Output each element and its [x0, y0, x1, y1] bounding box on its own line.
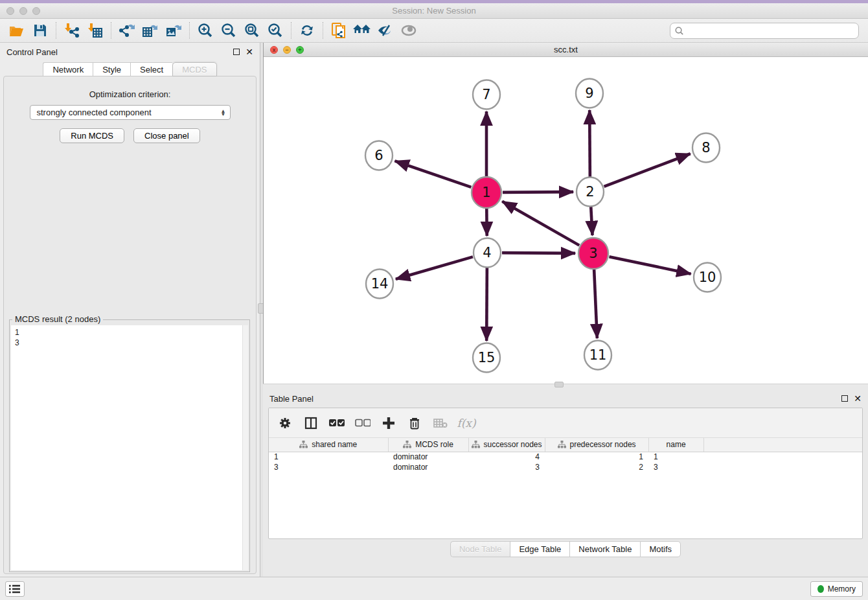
- graph-node-3[interactable]: 3: [578, 238, 608, 269]
- delete-column-button[interactable]: [406, 415, 423, 432]
- tab-network-table[interactable]: Network Table: [569, 541, 640, 557]
- control-panel-title: Control Panel: [6, 47, 58, 57]
- edge-1-2[interactable]: [503, 192, 573, 192]
- zoom-out-button[interactable]: [217, 21, 240, 40]
- edge-4-15[interactable]: [486, 268, 487, 341]
- network-canvas[interactable]: 1234678910111415: [264, 57, 868, 384]
- plus-icon: [382, 417, 395, 430]
- refresh-icon: [299, 23, 315, 38]
- close-window-button[interactable]: [6, 7, 14, 15]
- edge-1-6[interactable]: [395, 161, 472, 187]
- edge-2-8[interactable]: [604, 154, 691, 187]
- mcds-result-group: MCDS result (2 nodes) 1 3: [9, 319, 250, 572]
- column-header-shared-name[interactable]: shared name: [269, 438, 388, 452]
- table-cell[interactable]: 3: [269, 462, 388, 472]
- table-cell[interactable]: dominator: [388, 462, 468, 472]
- export-table-button[interactable]: [139, 21, 162, 40]
- deselect-all-columns-button[interactable]: [354, 415, 371, 432]
- create-column-button[interactable]: [380, 415, 397, 432]
- edge-3-11[interactable]: [594, 270, 597, 338]
- memory-button[interactable]: Memory: [810, 581, 863, 597]
- column-header-MCDS-role[interactable]: MCDS role: [388, 438, 468, 452]
- graph-node-4[interactable]: 4: [474, 238, 501, 268]
- splitter-grip[interactable]: [554, 382, 564, 387]
- show-eye-button[interactable]: [397, 21, 420, 40]
- graph-node-8[interactable]: 8: [692, 133, 720, 163]
- edge-2-9[interactable]: [589, 110, 590, 177]
- table-row[interactable]: 1dominator411: [269, 452, 862, 462]
- table-cell[interactable]: 1: [269, 452, 388, 462]
- graph-node-10[interactable]: 10: [694, 263, 721, 292]
- refresh-button[interactable]: [295, 21, 319, 40]
- zoom-in-button[interactable]: [194, 21, 217, 40]
- table-cell[interactable]: 3: [468, 462, 545, 472]
- run-mcds-button[interactable]: Run MCDS: [60, 128, 124, 143]
- table-cell[interactable]: 3: [648, 462, 703, 472]
- edge-4-3[interactable]: [502, 253, 575, 253]
- close-panel-icon[interactable]: ✕: [246, 49, 253, 55]
- graph-node-15[interactable]: 15: [473, 343, 500, 373]
- table-cell[interactable]: dominator: [388, 452, 468, 462]
- svg-text:7: 7: [482, 87, 490, 102]
- task-history-button[interactable]: [5, 581, 25, 597]
- svg-text:15: 15: [478, 350, 496, 365]
- save-session-button[interactable]: [29, 21, 52, 40]
- hide-panel-button[interactable]: [374, 21, 397, 40]
- edge-3-1[interactable]: [502, 202, 579, 246]
- horizontal-splitter[interactable]: [263, 384, 868, 390]
- minimize-window-button[interactable]: [19, 7, 27, 15]
- edge-3-10[interactable]: [609, 257, 691, 274]
- tab-mcds[interactable]: MCDS: [172, 62, 216, 76]
- table-cell[interactable]: 2: [545, 462, 648, 472]
- mcds-result-textarea[interactable]: 1 3: [11, 325, 248, 570]
- zoom-selected-button[interactable]: [264, 21, 287, 40]
- table-cell[interactable]: 4: [468, 452, 545, 462]
- tab-select[interactable]: Select: [130, 62, 172, 76]
- select-all-columns-button[interactable]: [328, 415, 345, 432]
- float-panel-icon[interactable]: [841, 395, 848, 402]
- zoom-fit-button[interactable]: [240, 21, 264, 40]
- tab-network[interactable]: Network: [43, 62, 93, 76]
- table-row[interactable]: 3dominator323: [269, 462, 862, 472]
- result-scrollbar[interactable]: [242, 325, 248, 570]
- criterion-dropdown[interactable]: strongly connected component ▲▼: [30, 105, 231, 120]
- close-panel-button[interactable]: Close panel: [133, 128, 200, 143]
- column-header-predecessor-nodes[interactable]: predecessor nodes: [545, 438, 648, 452]
- clone-network-button[interactable]: [327, 21, 350, 40]
- graph-node-11[interactable]: 11: [584, 341, 611, 370]
- tab-edge-table[interactable]: Edge Table: [510, 541, 569, 557]
- edge-4-14[interactable]: [396, 257, 473, 279]
- edge-2-3[interactable]: [591, 207, 592, 235]
- search-input[interactable]: [684, 26, 854, 35]
- graph-node-1[interactable]: 1: [472, 177, 501, 208]
- tab-node-table[interactable]: Node Table: [450, 541, 510, 557]
- float-panel-icon[interactable]: [233, 49, 240, 55]
- tab-motifs[interactable]: Motifs: [640, 541, 681, 557]
- control-panel-tabs: NetworkStyleSelectMCDS: [0, 62, 260, 76]
- graph-node-6[interactable]: 6: [365, 141, 393, 170]
- graph-node-14[interactable]: 14: [366, 270, 393, 299]
- column-header-name[interactable]: name: [648, 438, 703, 452]
- table-cell[interactable]: 1: [648, 452, 703, 462]
- window-traffic-lights: [6, 7, 40, 15]
- open-session-button[interactable]: [5, 21, 29, 40]
- graph-node-7[interactable]: 7: [473, 80, 500, 110]
- toolbar-search[interactable]: [670, 23, 859, 39]
- table-settings-button[interactable]: [277, 415, 293, 432]
- export-network-button[interactable]: [115, 21, 139, 40]
- svg-text:4: 4: [483, 245, 491, 260]
- delete-table-button-disabled: [432, 415, 449, 432]
- table-cell[interactable]: 1: [545, 452, 648, 462]
- import-table-button[interactable]: [84, 21, 107, 40]
- zoom-window-button[interactable]: [32, 7, 40, 15]
- close-panel-icon[interactable]: ✕: [854, 395, 862, 402]
- import-network-button[interactable]: [60, 21, 84, 40]
- toggle-column-panel-button[interactable]: [303, 415, 319, 432]
- tab-style[interactable]: Style: [93, 62, 130, 76]
- column-header-successor-nodes[interactable]: successor nodes: [468, 438, 545, 452]
- graph-node-2[interactable]: 2: [577, 178, 604, 207]
- graph-node-9[interactable]: 9: [576, 79, 603, 108]
- export-image-button[interactable]: [162, 21, 185, 40]
- home-layout-button[interactable]: [350, 21, 374, 40]
- network-graph[interactable]: 1234678910111415: [264, 57, 867, 384]
